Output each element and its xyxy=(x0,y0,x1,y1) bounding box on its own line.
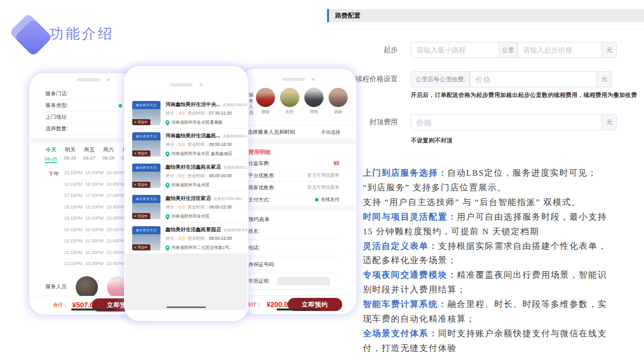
time-slot[interactable]: 15:15PM xyxy=(64,170,85,175)
time-slot[interactable]: 19:15PM xyxy=(64,216,85,221)
time-slot[interactable]: 21:30PM xyxy=(85,238,106,243)
fee-row[interactable]: 支付方式: 在线支付 xyxy=(248,194,339,205)
feature-line: 全场景支付体系：同时支持账户余额快捷支付与微信在线支 xyxy=(363,327,641,341)
staff-item[interactable]: 彤彤 xyxy=(278,88,302,115)
store-item[interactable]: 鑫怡美好生活 营业中 鑫怡美好生活鑫苑名家店距离您35308.11m 评分：5分… xyxy=(125,160,247,191)
open-badge: 营业中 xyxy=(132,119,150,125)
store-distance: 距离您35308.11m xyxy=(224,165,247,170)
time-slot[interactable]: 18:45PM xyxy=(106,204,128,210)
time-slot[interactable]: 16:30PM xyxy=(85,182,106,187)
date-item[interactable]: 周五 06-27 xyxy=(80,146,99,163)
yuan-unit-label: 元 xyxy=(597,71,612,87)
storefront-thumbnail: 鑫怡美好生活 营业中 xyxy=(132,101,160,125)
fee-row[interactable]: 商家优惠券: 暂无可用优惠券 xyxy=(248,182,339,194)
feature-line: 灵活自定义表单：支持根据实际需求自由搭建个性化表单， xyxy=(363,239,641,254)
store-item[interactable]: 鑫怡美好生活 营业中 鑫怡美好生活鑫苑景园店距离您40875.57m 评分：5分… xyxy=(125,223,247,254)
time-slot[interactable]: 22:15PM xyxy=(64,250,85,255)
extend-fare-note: 开启后，订单配送价格为起步费用加超出起步公里数的续程费用，续程费用为叠加收费 xyxy=(411,91,637,99)
time-slot[interactable]: 21:45PM xyxy=(106,238,128,243)
time-slot[interactable]: 15:45PM xyxy=(106,170,128,175)
store-item[interactable]: 鑫怡美好生活 营业中 鑫怡美好生活世家店距离您37500.55m 评分：5分 营… xyxy=(125,191,247,223)
fee-detail-section: 费用明细 往返车费: ¥0 平台优惠券: 暂无可用优惠券 商家优惠券: 暂无可用… xyxy=(241,148,355,205)
km-unit-label: 公里 xyxy=(499,42,517,58)
time-slot[interactable]: 20:15PM xyxy=(64,227,85,232)
time-slot[interactable]: 22:30PM xyxy=(85,250,106,255)
store-address: 河南省郑州市金水区通泰路 xyxy=(171,120,223,126)
store-hours: 08:00-22:00 xyxy=(209,204,232,210)
green-dot-icon xyxy=(134,215,136,217)
time-slot[interactable]: 23:30PM xyxy=(85,261,106,266)
manual-select-link[interactable]: 手动选择 xyxy=(321,129,340,136)
store-distance: 距离您35308.11m xyxy=(223,134,247,139)
start-price-input[interactable] xyxy=(517,42,602,58)
time-slot[interactable]: 23:45PM xyxy=(106,261,128,266)
feature-line: 专项夜间交通费模块：精准覆盖夜间出行费用场景，智能识 xyxy=(363,268,641,283)
feature-line: 现车费的自动化精准核算； xyxy=(363,312,641,327)
form-field[interactable]: 身份证号码: xyxy=(248,256,339,273)
time-slot[interactable]: 15:30PM xyxy=(85,170,106,175)
time-slot[interactable]: 18:15PM xyxy=(64,204,85,210)
staff-section: 服务人员 丽丽 彤彤 萌萌 静静 xyxy=(241,88,355,125)
time-slot[interactable]: 21:15PM xyxy=(64,238,85,243)
time-slot[interactable]: 20:45PM xyxy=(106,227,128,232)
store-item[interactable]: 鑫怡美好生活 营业中 河南鑫怡美好生活中央...距离您31963.56m 评分：… xyxy=(125,97,247,129)
feature-line: 智能车费计算系统：融合里程、时长、时段等多维参数，实 xyxy=(363,297,641,312)
location-pin-icon xyxy=(166,183,170,188)
list-footer-area xyxy=(125,254,247,310)
date-item[interactable]: 明天 06-26 xyxy=(61,146,80,163)
open-badge: 营业中 xyxy=(132,150,150,157)
store-name: 鑫怡美好生活世家店 xyxy=(166,195,211,202)
min-distance-input[interactable] xyxy=(411,42,499,58)
form-field[interactable]: 学历证明: xyxy=(248,273,339,290)
staff-item[interactable]: 萌萌 xyxy=(302,88,326,115)
form-field[interactable]: 姓名: xyxy=(248,223,339,240)
home-indicator xyxy=(277,308,320,311)
pick-staff-time-row[interactable]: 选择服务人员和时间 手动选择 xyxy=(241,125,355,139)
form-field[interactable]: 电话: xyxy=(248,240,339,256)
staff-avatars: 丽丽 彤彤 萌萌 静静 xyxy=(253,88,350,115)
time-slot[interactable]: 16:45PM xyxy=(106,182,128,187)
storefront-thumbnail: 鑫怡美好生活 营业中 xyxy=(132,195,160,219)
green-dot-icon xyxy=(134,121,136,123)
cap-price-input[interactable] xyxy=(411,114,602,130)
per-km-prefix-label: 公里后每公里收费: xyxy=(411,71,470,87)
panel-header: 路费配置 xyxy=(327,9,644,22)
extend-fare-row: 续程价格设置 公里后每公里收费: 元 xyxy=(327,71,612,87)
time-slot[interactable]: 22:45PM xyxy=(106,250,128,255)
open-badge: 营业中 xyxy=(132,244,150,250)
period-label: 下午 xyxy=(48,171,64,266)
time-slot[interactable]: 17:45PM xyxy=(106,193,128,198)
avatar xyxy=(304,88,324,107)
payment-method: 在线支付 xyxy=(315,196,339,203)
section-gap xyxy=(241,205,355,211)
store-distance: 距离您40875.57m xyxy=(224,228,247,233)
store-list: 鑫怡美好生活 营业中 河南鑫怡美好生活中央...距离您31963.56m 评分：… xyxy=(125,97,247,254)
phone-notch xyxy=(241,78,355,81)
store-score: 4分 xyxy=(179,111,185,116)
upload-box[interactable] xyxy=(277,277,330,285)
time-slot[interactable]: 20:30PM xyxy=(85,227,106,232)
time-slot[interactable]: 17:15PM xyxy=(64,193,85,198)
time-slot[interactable]: 17:30PM xyxy=(85,193,106,198)
time-slot[interactable]: 23:15PM xyxy=(64,261,85,266)
feature-line: 适配多样化业务场景； xyxy=(363,253,641,268)
date-item-active[interactable]: 今天 06-25 xyxy=(41,146,61,163)
time-slot[interactable]: 16:15PM xyxy=(64,182,85,187)
cap-fare-row: 封顶费用 元 xyxy=(327,114,617,130)
staff-item[interactable]: 丽丽 xyxy=(253,88,278,115)
store-name: 河南鑫怡美好生活鑫苑... xyxy=(166,132,220,139)
time-slot[interactable]: 19:45PM xyxy=(106,216,128,221)
extend-price-input[interactable] xyxy=(470,71,597,87)
section-gap xyxy=(241,139,355,144)
fee-row[interactable]: 平台优惠券: 暂无可用优惠券 xyxy=(248,170,339,182)
time-slot[interactable]: 18:30PM xyxy=(85,204,106,210)
date-item[interactable]: 周六 06-28 xyxy=(99,146,118,163)
store-score: 5分 xyxy=(179,142,185,147)
store-hours: 08:00-20:00 xyxy=(209,173,232,178)
pick-label: 选择服务人员和时间 xyxy=(247,129,295,136)
staff-item[interactable]: 静静 xyxy=(326,88,350,115)
time-slot[interactable]: 19:30PM xyxy=(85,216,106,221)
total-label: 合计： xyxy=(53,301,68,308)
store-item[interactable]: 鑫怡美好生活 营业中 河南鑫怡美好生活鑫苑...距离您35308.11m 评分：… xyxy=(125,129,247,160)
page-title: 功能介绍 xyxy=(49,24,114,43)
